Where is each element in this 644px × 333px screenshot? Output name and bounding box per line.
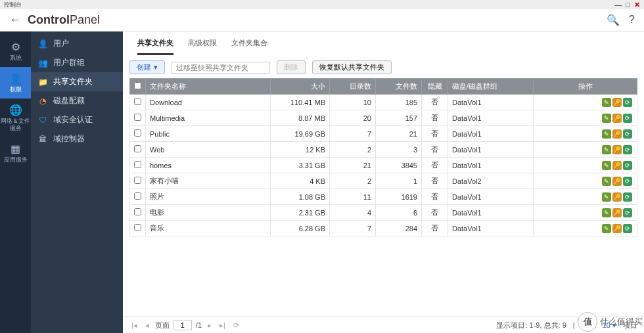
table-header-row: 文件夹名称 大小 目录数 文件数 隐藏 磁盘/磁盘群组 操作	[130, 79, 637, 95]
col-files[interactable]: 文件数	[376, 79, 422, 95]
permissions-icon[interactable]: 🔑	[612, 161, 622, 170]
sidebar-icon: 🏛	[37, 134, 48, 144]
refresh-icon[interactable]: ⟳	[623, 208, 632, 217]
table-row[interactable]: homes3.31 GB213845否DataVol1✎🔑⟳	[130, 158, 637, 173]
page-input[interactable]	[173, 320, 192, 330]
create-button[interactable]: 创建 ▾	[129, 60, 165, 74]
edit-icon[interactable]: ✎	[602, 145, 611, 154]
edit-icon[interactable]: ✎	[602, 224, 611, 233]
page-next[interactable]: ▸	[206, 321, 214, 330]
page-label: 页面	[155, 321, 170, 330]
help-icon[interactable]: ?	[629, 14, 635, 26]
delete-button[interactable]: 删除	[277, 60, 306, 74]
tab-1[interactable]: 高级权限	[188, 38, 217, 55]
row-checkbox[interactable]	[134, 224, 141, 231]
table-row[interactable]: Web12 KB23否DataVol1✎🔑⟳	[130, 142, 637, 158]
permissions-icon[interactable]: 🔑	[612, 224, 622, 233]
cell-volume: DataVol1	[448, 142, 534, 158]
refresh-icon[interactable]: ⟳	[623, 129, 632, 139]
cell-hidden: 否	[422, 95, 448, 110]
permissions-icon[interactable]: 🔑	[612, 192, 622, 202]
row-checkbox[interactable]	[134, 177, 141, 184]
col-volume[interactable]: 磁盘/磁盘群组	[448, 79, 534, 95]
restore-defaults-button[interactable]: 恢复默认共享文件夹	[312, 60, 392, 74]
cell-size: 4 KB	[271, 173, 330, 189]
row-checkbox[interactable]	[134, 129, 141, 137]
cell-hidden: 否	[422, 158, 448, 173]
edit-icon[interactable]: ✎	[602, 98, 611, 107]
row-checkbox[interactable]	[134, 98, 141, 105]
window-title: 控制台	[4, 1, 22, 9]
search-input[interactable]	[172, 62, 270, 74]
rail-item-3[interactable]: ▦应用服务	[0, 137, 31, 169]
row-checkbox[interactable]	[134, 208, 141, 215]
page-last[interactable]: ▸|	[218, 321, 227, 330]
rail-icon: ▦	[0, 143, 31, 155]
cell-name: Multimedia	[146, 110, 271, 126]
refresh-icon[interactable]: ⟳	[623, 192, 632, 202]
cell-volume: DataVol1	[448, 126, 534, 142]
tab-2[interactable]: 文件夹集合	[231, 38, 267, 55]
edit-icon[interactable]: ✎	[602, 129, 611, 139]
edit-icon[interactable]: ✎	[602, 177, 611, 186]
refresh-icon[interactable]: ⟳	[623, 114, 632, 123]
page-first[interactable]: |◂	[129, 321, 139, 330]
tab-0[interactable]: 共享文件夹	[137, 38, 173, 55]
rail-item-0[interactable]: ⚙系统	[0, 35, 31, 67]
refresh-icon[interactable]: ⟳	[623, 161, 632, 170]
search-icon[interactable]: 🔍	[607, 14, 620, 26]
cell-dirs: 21	[330, 158, 376, 173]
cell-files: 3845	[376, 158, 422, 173]
table-row[interactable]: Public19.69 GB721否DataVol1✎🔑⟳	[130, 126, 637, 142]
sidebar-item-1[interactable]: 👥用户群组	[31, 53, 123, 72]
table-row[interactable]: Multimedia8.87 MB20157否DataVol1✎🔑⟳	[130, 110, 637, 126]
sidebar: 👤用户👥用户群组📁共享文件夹◔磁盘配额🛡域安全认证🏛域控制器	[31, 32, 123, 333]
refresh-icon[interactable]: ⟳	[623, 145, 632, 154]
sidebar-item-2[interactable]: 📁共享文件夹	[31, 72, 123, 91]
refresh-icon[interactable]: ⟳	[623, 177, 632, 186]
minimize-button[interactable]: —	[614, 1, 622, 9]
page-prev[interactable]: ◂	[143, 321, 151, 330]
col-hidden[interactable]: 隐藏	[422, 79, 448, 95]
rail-item-2[interactable]: 🌐网络＆文件服务	[0, 99, 31, 137]
close-button[interactable]: ✕	[634, 1, 640, 9]
edit-icon[interactable]: ✎	[602, 208, 611, 217]
table-row[interactable]: 照片1.08 GB111619否DataVol1✎🔑⟳	[130, 189, 637, 205]
row-checkbox[interactable]	[134, 192, 141, 200]
table-row[interactable]: 电影2.31 GB46否DataVol1✎🔑⟳	[130, 205, 637, 221]
row-checkbox[interactable]	[134, 161, 141, 168]
permissions-icon[interactable]: 🔑	[612, 114, 622, 123]
sidebar-item-4[interactable]: 🛡域安全认证	[31, 110, 123, 129]
sidebar-icon: ◔	[37, 96, 48, 106]
select-all-checkbox[interactable]	[134, 82, 141, 89]
edit-icon[interactable]: ✎	[602, 114, 611, 123]
permissions-icon[interactable]: 🔑	[612, 129, 622, 139]
cell-name: Download	[146, 95, 271, 110]
col-dirs[interactable]: 目录数	[330, 79, 376, 95]
page-refresh[interactable]: ⟳	[231, 321, 241, 330]
table-row[interactable]: Download110.41 MB10185否DataVol1✎🔑⟳	[130, 95, 637, 110]
cell-dirs: 20	[330, 110, 376, 126]
permissions-icon[interactable]: 🔑	[612, 177, 622, 186]
row-checkbox[interactable]	[134, 114, 141, 121]
permissions-icon[interactable]: 🔑	[612, 145, 622, 154]
sidebar-item-5[interactable]: 🏛域控制器	[31, 129, 123, 148]
sidebar-item-3[interactable]: ◔磁盘配额	[31, 91, 123, 110]
rail-item-1[interactable]: 👤权限	[0, 67, 31, 99]
sidebar-item-0[interactable]: 👤用户	[31, 34, 123, 53]
cell-files: 21	[376, 126, 422, 142]
edit-icon[interactable]: ✎	[602, 161, 611, 170]
refresh-icon[interactable]: ⟳	[623, 224, 632, 233]
row-checkbox[interactable]	[134, 145, 141, 152]
maximize-button[interactable]: □	[626, 1, 630, 9]
permissions-icon[interactable]: 🔑	[612, 208, 622, 217]
edit-icon[interactable]: ✎	[602, 192, 611, 202]
table-row[interactable]: 家有小喵4 KB21否DataVol2✎🔑⟳	[130, 173, 637, 189]
permissions-icon[interactable]: 🔑	[612, 98, 622, 107]
col-name[interactable]: 文件夹名称	[146, 79, 271, 95]
table-row[interactable]: 音乐6.28 GB7284否DataVol1✎🔑⟳	[130, 221, 637, 236]
back-button[interactable]: ←	[9, 13, 21, 27]
refresh-icon[interactable]: ⟳	[623, 98, 632, 107]
sidebar-icon: 👥	[37, 58, 48, 68]
col-size[interactable]: 大小	[271, 79, 330, 95]
